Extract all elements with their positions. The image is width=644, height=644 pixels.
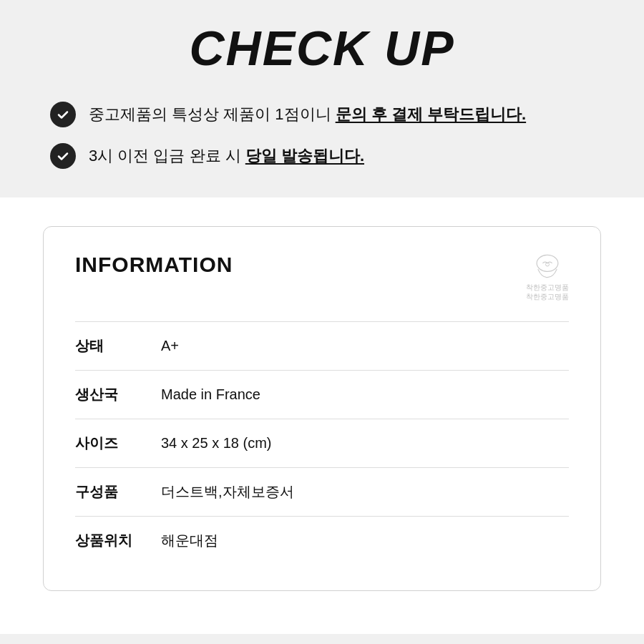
value-location: 해운대점 <box>161 531 218 550</box>
info-title: INFORMATION <box>75 253 233 277</box>
value-state: A+ <box>161 338 179 354</box>
info-row-location: 상품위치 해운대점 <box>75 516 569 565</box>
bottom-section: INFORMATION 착한중고명품착한중고명품 상태 A+ 생산국 Made … <box>0 197 644 634</box>
check-icon-2 <box>50 143 76 169</box>
top-section: CHECK UP 중고제품의 특성상 제품이 1점이니 문의 후 결제 부탁드립… <box>0 0 644 197</box>
brand-logo-text: 착한중고명품착한중고명품 <box>526 283 569 301</box>
checklist-item-1: 중고제품의 특성상 제품이 1점이니 문의 후 결제 부탁드립니다. <box>50 102 594 127</box>
info-row-origin: 생산국 Made in France <box>75 370 569 419</box>
check-icon-1 <box>50 102 76 127</box>
label-location: 상품위치 <box>75 531 161 550</box>
page-title: CHECK UP <box>43 20 601 76</box>
label-state: 상태 <box>75 336 161 356</box>
value-origin: Made in France <box>161 386 260 403</box>
value-size: 34 x 25 x 18 (cm) <box>161 435 272 452</box>
checklist-text-2: 3시 이전 입금 완료 시 당일 발송됩니다. <box>89 145 364 167</box>
info-row-state: 상태 A+ <box>75 321 569 370</box>
info-header: INFORMATION 착한중고명품착한중고명품 <box>75 253 569 301</box>
info-row-components: 구성품 더스트백,자체보증서 <box>75 467 569 516</box>
label-origin: 생산국 <box>75 385 161 404</box>
brand-logo: 착한중고명품착한중고명품 <box>526 253 569 301</box>
checklist-text-1: 중고제품의 특성상 제품이 1점이니 문의 후 결제 부탁드립니다. <box>89 104 526 126</box>
info-row-size: 사이즈 34 x 25 x 18 (cm) <box>75 419 569 467</box>
label-components: 구성품 <box>75 482 161 502</box>
value-components: 더스트백,자체보증서 <box>161 482 294 502</box>
info-card: INFORMATION 착한중고명품착한중고명품 상태 A+ 생산국 Made … <box>43 226 601 591</box>
checklist: 중고제품의 특성상 제품이 1점이니 문의 후 결제 부탁드립니다. 3시 이전… <box>43 102 601 169</box>
checklist-item-2: 3시 이전 입금 완료 시 당일 발송됩니다. <box>50 143 594 169</box>
label-size: 사이즈 <box>75 434 161 453</box>
info-rows: 상태 A+ 생산국 Made in France 사이즈 34 x 25 x 1… <box>75 321 569 565</box>
